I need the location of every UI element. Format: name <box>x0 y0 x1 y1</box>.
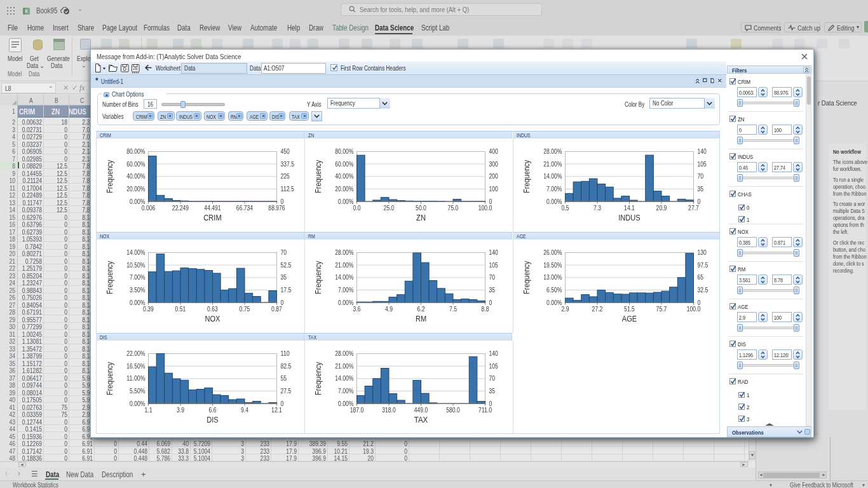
svg-text:Frequency: Frequency <box>105 261 114 294</box>
svg-text:70: 70 <box>489 374 495 382</box>
svg-text:32.5: 32.5 <box>697 286 708 294</box>
svg-text:6.2: 6.2 <box>417 305 424 313</box>
svg-text:DIS: DIS <box>207 415 219 424</box>
svg-text:8.8: 8.8 <box>481 305 489 313</box>
svg-text:0.39: 0.39 <box>143 305 154 313</box>
svg-text:97.5: 97.5 <box>697 261 708 269</box>
svg-text:75.7: 75.7 <box>656 305 667 313</box>
svg-text:110: 110 <box>281 349 290 357</box>
svg-text:7.00%: 7.00% <box>338 286 353 294</box>
svg-text:82.5: 82.5 <box>281 362 292 370</box>
svg-text:100: 100 <box>489 185 498 193</box>
svg-text:7.5: 7.5 <box>449 305 457 313</box>
svg-text:7.00%: 7.00% <box>130 273 145 281</box>
svg-text:14.00%: 14.00% <box>335 374 353 382</box>
svg-text:14.00%: 14.00% <box>126 248 145 256</box>
svg-text:105: 105 <box>489 261 498 269</box>
svg-text:3.50%: 3.50% <box>130 286 145 294</box>
svg-text:70: 70 <box>281 248 287 256</box>
svg-text:51.5: 51.5 <box>624 305 635 313</box>
svg-text:Frequency: Frequency <box>522 159 531 193</box>
svg-text:300: 300 <box>489 160 498 168</box>
svg-text:CRIM: CRIM <box>203 213 221 222</box>
svg-text:318.0: 318.0 <box>382 406 396 414</box>
svg-text:21.00%: 21.00% <box>335 261 353 269</box>
svg-text:7.00%: 7.00% <box>546 185 562 193</box>
svg-text:112.5: 112.5 <box>281 185 295 193</box>
svg-text:27.5: 27.5 <box>281 387 292 395</box>
svg-text:26.00%: 26.00% <box>543 248 562 256</box>
svg-text:70: 70 <box>489 273 495 281</box>
svg-text:0.75: 0.75 <box>240 305 250 313</box>
svg-text:19.50%: 19.50% <box>543 261 562 269</box>
svg-text:140: 140 <box>489 248 498 256</box>
svg-text:16.50%: 16.50% <box>126 362 145 370</box>
svg-text:60.00%: 60.00% <box>126 160 145 168</box>
svg-text:88.976: 88.976 <box>268 204 285 212</box>
svg-text:400: 400 <box>489 147 498 155</box>
svg-text:5.50%: 5.50% <box>130 387 145 395</box>
svg-text:50.0: 50.0 <box>416 204 426 212</box>
svg-text:200: 200 <box>489 172 498 180</box>
svg-text:25.0: 25.0 <box>383 204 394 212</box>
svg-text:580.0: 580.0 <box>446 406 460 414</box>
svg-text:0.00%: 0.00% <box>338 299 353 306</box>
svg-text:28.00%: 28.00% <box>335 349 353 357</box>
svg-text:20.00%: 20.00% <box>335 185 353 193</box>
svg-text:100.0: 100.0 <box>686 305 700 313</box>
svg-text:100.0: 100.0 <box>478 204 492 212</box>
svg-text:27.2: 27.2 <box>592 305 602 313</box>
svg-text:21.00%: 21.00% <box>335 362 353 370</box>
svg-text:0.00%: 0.00% <box>546 198 562 205</box>
svg-text:80.00%: 80.00% <box>335 147 353 155</box>
svg-text:60.00%: 60.00% <box>335 160 353 168</box>
svg-text:21.00%: 21.00% <box>543 160 562 168</box>
svg-text:449.0: 449.0 <box>414 406 428 414</box>
svg-text:0.0: 0.0 <box>353 204 360 212</box>
svg-text:13.00%: 13.00% <box>543 273 562 281</box>
svg-text:1.1: 1.1 <box>145 406 153 414</box>
svg-text:Frequency: Frequency <box>313 362 323 395</box>
svg-text:55: 55 <box>281 374 287 382</box>
svg-text:7.00%: 7.00% <box>338 387 353 395</box>
svg-text:20.00%: 20.00% <box>126 185 145 193</box>
svg-text:225: 225 <box>281 172 290 180</box>
svg-text:0.00%: 0.00% <box>130 400 145 407</box>
svg-text:0.51: 0.51 <box>175 305 186 313</box>
svg-text:11.00%: 11.00% <box>126 374 145 382</box>
svg-text:Frequency: Frequency <box>313 261 323 294</box>
svg-text:Frequency: Frequency <box>313 159 323 193</box>
svg-text:80.00%: 80.00% <box>126 147 145 155</box>
svg-text:337.5: 337.5 <box>281 160 295 168</box>
svg-text:22.00%: 22.00% <box>126 349 145 357</box>
svg-text:NOX: NOX <box>205 314 220 323</box>
svg-text:44.491: 44.491 <box>204 204 220 212</box>
svg-text:66.734: 66.734 <box>236 204 253 212</box>
svg-text:22.249: 22.249 <box>172 204 189 212</box>
svg-text:187.0: 187.0 <box>349 406 363 414</box>
svg-text:130: 130 <box>697 248 707 256</box>
svg-text:RM: RM <box>415 314 426 323</box>
svg-text:40.00%: 40.00% <box>335 172 353 180</box>
svg-text:0.5: 0.5 <box>561 204 569 212</box>
svg-text:9.4: 9.4 <box>241 406 248 414</box>
svg-text:20.9: 20.9 <box>656 204 667 212</box>
svg-text:40.00%: 40.00% <box>126 172 145 180</box>
svg-text:10.50%: 10.50% <box>126 261 145 269</box>
svg-text:INDUS: INDUS <box>618 213 640 222</box>
svg-text:7.3: 7.3 <box>593 204 601 212</box>
svg-text:0.006: 0.006 <box>142 204 156 212</box>
svg-text:14.00%: 14.00% <box>543 172 562 180</box>
svg-text:TAX: TAX <box>414 415 428 424</box>
svg-text:ZN: ZN <box>416 213 426 222</box>
svg-text:0.00%: 0.00% <box>546 299 562 306</box>
svg-text:28.00%: 28.00% <box>543 147 562 155</box>
svg-text:3.6: 3.6 <box>353 305 360 313</box>
svg-text:27.7: 27.7 <box>688 204 699 212</box>
svg-text:105: 105 <box>489 362 498 370</box>
svg-text:140: 140 <box>489 349 498 357</box>
svg-text:35: 35 <box>489 286 495 294</box>
svg-text:12.1: 12.1 <box>271 406 282 414</box>
svg-text:Frequency: Frequency <box>105 159 114 193</box>
svg-text:105: 105 <box>697 160 707 168</box>
